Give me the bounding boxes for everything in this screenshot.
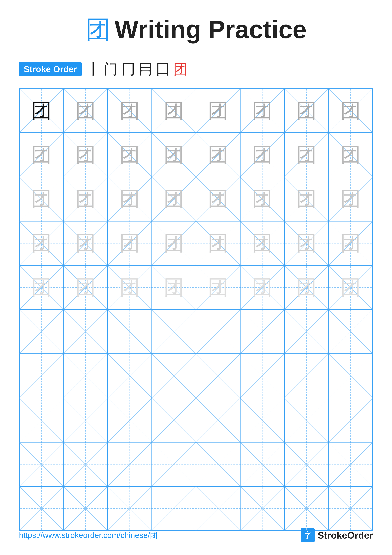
grid-cell[interactable]: 团 (284, 221, 328, 265)
grid-cell[interactable]: 团 (152, 265, 196, 310)
grid-cell[interactable] (64, 398, 107, 442)
grid-cell[interactable] (19, 442, 64, 486)
grid-cell[interactable]: 团 (328, 177, 373, 221)
grid-cell[interactable] (108, 442, 152, 486)
svg-line-111 (329, 354, 372, 398)
grid-cell[interactable]: 团 (108, 89, 152, 133)
grid-cell[interactable] (284, 310, 328, 354)
grid-cell[interactable] (196, 398, 240, 442)
grid-cell[interactable] (328, 398, 373, 442)
grid-cell[interactable]: 团 (196, 89, 240, 133)
grid-cell[interactable]: 团 (108, 133, 152, 177)
grid-cell[interactable] (328, 354, 373, 398)
grid-cell[interactable]: 团 (64, 89, 107, 133)
footer-logo-text: StrokeOrder (318, 530, 373, 541)
grid-cell[interactable] (152, 354, 196, 398)
grid-cell[interactable] (328, 442, 373, 486)
grid-cell[interactable]: 团 (19, 133, 64, 177)
grid-cell[interactable] (152, 486, 196, 531)
grid-cell[interactable] (328, 310, 373, 354)
grid-cell[interactable]: 团 (108, 221, 152, 265)
grid-cell[interactable]: 团 (240, 133, 284, 177)
grid-cell[interactable]: 团 (328, 265, 373, 310)
svg-line-143 (329, 443, 372, 486)
grid-cell[interactable] (284, 486, 328, 531)
grid-cell[interactable]: 团 (152, 89, 196, 133)
grid-cell[interactable]: 团 (19, 177, 64, 221)
grid-cell[interactable]: 团 (64, 177, 107, 221)
grid-cell[interactable] (240, 442, 284, 486)
grid-cell[interactable]: 团 (196, 265, 240, 310)
grid-cell[interactable]: 团 (284, 265, 328, 310)
grid-cell[interactable]: 团 (64, 265, 107, 310)
grid-cell[interactable] (108, 310, 152, 354)
practice-char: 团 (340, 141, 361, 169)
grid-cell[interactable]: 团 (108, 265, 152, 310)
grid-cell[interactable] (196, 310, 240, 354)
grid-cell[interactable]: 团 (240, 265, 284, 310)
grid-cell[interactable] (240, 354, 284, 398)
grid-cell[interactable] (284, 354, 328, 398)
grid-cell[interactable] (284, 442, 328, 486)
grid-cell[interactable]: 团 (328, 221, 373, 265)
grid-cell[interactable]: 团 (19, 89, 64, 133)
grid-cell[interactable] (64, 442, 107, 486)
grid-cell[interactable] (152, 398, 196, 442)
svg-line-152 (196, 487, 240, 530)
grid-cell[interactable]: 团 (284, 133, 328, 177)
practice-char: 团 (296, 229, 317, 257)
grid-cell[interactable] (284, 398, 328, 442)
svg-line-81 (20, 310, 63, 353)
grid-cell[interactable]: 团 (328, 133, 373, 177)
grid-cell[interactable] (196, 442, 240, 486)
grid-cell[interactable] (196, 486, 240, 531)
grid-cell[interactable]: 团 (152, 177, 196, 221)
grid-cell[interactable]: 团 (19, 221, 64, 265)
grid-cell[interactable]: 团 (64, 133, 107, 177)
grid-cell[interactable]: 团 (108, 177, 152, 221)
svg-line-86 (152, 310, 196, 353)
grid-cell[interactable]: 团 (152, 221, 196, 265)
practice-char: 团 (31, 229, 52, 257)
svg-line-119 (152, 398, 196, 442)
grid-cell[interactable] (108, 354, 152, 398)
title-area: 团 Writing Practice (19, 13, 373, 47)
grid-cell[interactable]: 团 (19, 265, 64, 310)
grid-cell[interactable] (108, 398, 152, 442)
grid-cell[interactable]: 团 (284, 177, 328, 221)
practice-char: 团 (164, 97, 184, 125)
grid-cell[interactable]: 团 (196, 177, 240, 221)
grid-cell[interactable]: 团 (284, 89, 328, 133)
grid-cell[interactable] (64, 354, 107, 398)
grid-cell[interactable] (19, 486, 64, 531)
grid-cell[interactable]: 团 (328, 89, 373, 133)
grid-cell[interactable] (19, 398, 64, 442)
grid-cell[interactable]: 团 (196, 133, 240, 177)
grid-cell[interactable] (19, 354, 64, 398)
grid-cell[interactable]: 团 (152, 133, 196, 177)
svg-line-126 (329, 398, 372, 442)
grid-cell[interactable] (196, 354, 240, 398)
grid-cell[interactable] (19, 310, 64, 354)
grid-cell[interactable]: 团 (64, 221, 107, 265)
svg-line-131 (64, 443, 107, 486)
footer-url[interactable]: https://www.strokeorder.com/chinese/团 (19, 530, 158, 540)
grid-cell[interactable]: 团 (196, 221, 240, 265)
grid-cell[interactable] (240, 310, 284, 354)
grid-cell[interactable]: 团 (240, 89, 284, 133)
svg-line-108 (285, 354, 328, 398)
grid-cell[interactable]: 团 (240, 177, 284, 221)
grid-cell[interactable] (328, 486, 373, 531)
practice-char: 团 (119, 141, 140, 169)
grid-cell[interactable] (240, 486, 284, 531)
grid-cell[interactable] (240, 398, 284, 442)
grid-cell[interactable] (64, 486, 107, 531)
footer-logo-icon: 字 (301, 528, 315, 542)
practice-char: 团 (252, 141, 273, 169)
grid-cell[interactable] (152, 310, 196, 354)
grid-cell[interactable] (64, 310, 107, 354)
grid-cell[interactable]: 团 (240, 221, 284, 265)
grid-cell[interactable] (152, 442, 196, 486)
grid-cell[interactable] (108, 486, 152, 531)
svg-line-110 (329, 354, 372, 398)
